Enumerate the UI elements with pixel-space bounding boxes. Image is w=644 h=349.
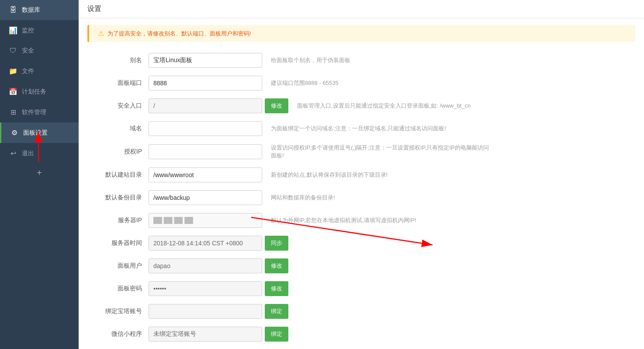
control-panel-password: 修改 [149,281,288,296]
sidebar-item-files[interactable]: 📁 文件 [0,61,79,81]
control-server-time: 同步 [149,236,288,251]
form-row-wechat-mini: 微信小程序 绑定 [96,327,627,342]
control-site-dir [149,168,262,182]
monitor-icon: 📊 [9,26,17,35]
label-authorized-ip: 授权IP [96,148,149,156]
sync-time-button[interactable]: 同步 [265,236,288,251]
add-button[interactable]: + [0,164,79,182]
form-row-panel-password: 面板密码 修改 [96,281,627,296]
control-backup-dir [149,190,262,205]
folder-icon: 📁 [9,67,17,75]
label-panel-user: 面板用户 [96,262,149,270]
label-bind-account: 绑定宝塔账号 [96,307,149,315]
form-row-site-dir: 默认建站目录 新创建的站点,默认将保存到该目录的下级目录! [96,168,627,182]
control-authorized-ip [149,144,262,159]
database-icon: 🗄 [9,6,17,14]
input-alias[interactable] [149,53,262,68]
control-port [149,76,262,91]
label-alias: 别名 [96,56,149,64]
form-row-domain: 域名 为面板绑定一个访问域名;注意：一旦绑定域名,只能通过域名访问面板! [96,121,627,136]
label-security-entry: 安全入口 [96,102,149,110]
control-alias [149,53,262,68]
sidebar-item-monitor[interactable]: 📊 监控 [0,20,79,41]
control-security-entry: 修改 [149,98,288,113]
label-panel-password: 面板密码 [96,285,149,293]
hint-alias: 给面板取个别名，用于伪装面板 [271,56,350,64]
input-port[interactable] [149,76,262,91]
input-site-dir[interactable] [149,168,262,182]
form-row-server-ip: 服务器IP 默认为外网IP,若您在本地虚拟机测试,请填写虚拟机内网IP! [96,213,627,228]
sidebar-item-label: 软件管理 [22,108,46,116]
page-title: 设置 [87,5,101,12]
hint-domain: 为面板绑定一个访问域名;注意：一旦绑定域名,只能通过域名访问面板! [271,125,446,133]
input-server-time[interactable] [149,236,262,251]
input-domain[interactable] [149,121,262,136]
modify-password-button[interactable]: 修改 [265,281,288,296]
input-panel-password[interactable] [149,281,262,296]
modify-security-entry-button[interactable]: 修改 [265,98,288,113]
alert-bar: ⚠ 为了提高安全，请修改别名、默认端口、面板用户和密码! [87,25,635,42]
hint-backup-dir: 网站和数据库的备份目录! [271,194,335,202]
control-wechat-mini: 绑定 [149,327,288,342]
sidebar-item-tasks[interactable]: 📅 计划任务 [0,81,79,102]
input-panel-user[interactable] [149,258,262,273]
form-row-panel-user: 面板用户 修改 [96,258,627,273]
form-row-port: 面板端口 建议端口范围8888 - 65535 [96,76,627,91]
input-bind-account[interactable] [149,304,262,319]
input-authorized-ip[interactable] [149,144,262,159]
alert-text: 为了提高安全，请修改别名、默认端口、面板用户和密码! [107,30,251,38]
hint-authorized-ip: 设置访问授权IP,多个请使用逗号(,)隔开;注意：一旦设置授权IP,只有指定IP… [271,144,489,160]
input-backup-dir[interactable] [149,190,262,205]
control-bind-account: 绑定 [149,304,288,319]
bind-account-button[interactable]: 绑定 [265,304,288,319]
sidebar-item-label: 计划任务 [22,88,46,96]
label-wechat-mini: 微信小程序 [96,330,149,338]
page-header: 设置 [79,0,644,18]
hint-security-entry: 面板管理入口,设置后只能通过指定安全入口登录面板,如: /www_bt_cn [297,102,471,110]
label-site-dir: 默认建站目录 [96,171,149,179]
form-row-backup-dir: 默认备份目录 网站和数据库的备份目录! [96,190,627,205]
warning-icon: ⚠ [98,29,104,38]
sidebar-item-label: 监控 [22,27,34,35]
gear-icon: ⚙ [10,129,19,137]
sidebar-item-label: 安全 [22,47,34,55]
sidebar-item-panel-settings[interactable]: ⚙ 面板设置 [0,122,79,143]
sidebar: 🗄 数据库 📊 监控 🛡 安全 📁 文件 📅 计划任务 ⊞ 软件管理 ⚙ 面板设… [0,0,79,349]
form-row-bind-account: 绑定宝塔账号 绑定 [96,304,627,319]
form-row-security-entry: 安全入口 修改 面板管理入口,设置后只能通过指定安全入口登录面板,如: /www… [96,98,627,113]
hint-port: 建议端口范围8888 - 65535 [271,79,339,87]
sidebar-item-label: 面板设置 [23,129,48,137]
control-server-ip [149,213,262,228]
label-port: 面板端口 [96,79,149,87]
sidebar-item-logout[interactable]: ↩ 退出 [0,143,79,164]
sidebar-item-security[interactable]: 🛡 安全 [0,41,79,61]
sidebar-item-database[interactable]: 🗄 数据库 [0,0,79,20]
form-row-server-time: 服务器时间 同步 [96,236,627,251]
apps-icon: ⊞ [9,108,17,116]
shield-icon: 🛡 [9,47,17,55]
label-domain: 域名 [96,125,149,133]
sidebar-item-label: 退出 [22,150,34,157]
control-domain [149,121,262,136]
control-panel-user: 修改 [149,258,288,273]
main-content: 设置 ⚠ 为了提高安全，请修改别名、默认端口、面板用户和密码! 别名 给面板取个… [79,0,644,349]
label-backup-dir: 默认备份目录 [96,194,149,202]
form-row-authorized-ip: 授权IP 设置访问授权IP,多个请使用逗号(,)隔开;注意：一旦设置授权IP,只… [96,144,627,160]
label-server-ip: 服务器IP [96,216,149,224]
calendar-icon: 📅 [9,87,17,96]
sidebar-item-label: 数据库 [22,6,40,14]
input-server-ip[interactable] [149,213,262,228]
label-server-time: 服务器时间 [96,239,149,247]
logout-icon: ↩ [9,149,17,157]
hint-server-ip: 默认为外网IP,若您在本地虚拟机测试,请填写虚拟机内网IP! [271,216,416,224]
settings-form: 别名 给面板取个别名，用于伪装面板 面板端口 建议端口范围8888 - 6553… [79,49,644,349]
sidebar-item-software[interactable]: ⊞ 软件管理 [0,102,79,122]
form-row-alias: 别名 给面板取个别名，用于伪装面板 [96,53,627,68]
input-wechat-mini[interactable] [149,327,262,342]
sidebar-item-label: 文件 [22,67,34,75]
bind-wechat-button[interactable]: 绑定 [265,327,288,342]
modify-user-button[interactable]: 修改 [265,258,288,273]
input-security-entry[interactable] [149,98,262,113]
hint-site-dir: 新创建的站点,默认将保存到该目录的下级目录! [271,171,388,179]
